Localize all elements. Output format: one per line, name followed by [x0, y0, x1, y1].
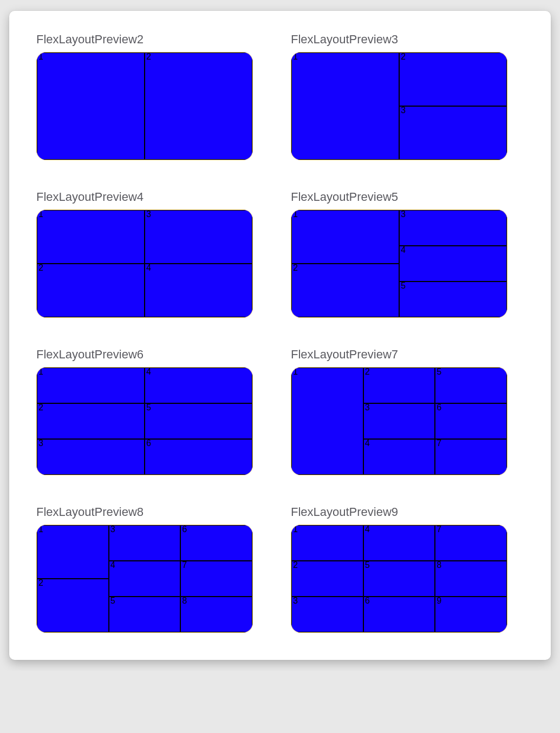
layout-cell-label: 2 [38, 403, 43, 412]
layout-cell-label: 4 [365, 525, 370, 534]
layout-cell: 5 [399, 282, 507, 317]
layout-cell: 2 [37, 403, 145, 439]
layout-cell-label: 2 [365, 367, 370, 376]
layout-cell-label: 1 [293, 367, 298, 376]
layout-cell-label: 2 [401, 52, 406, 61]
layout-cell: 3 [109, 525, 181, 561]
layout-cell: 5 [435, 368, 507, 403]
layout-cell: 1 [291, 210, 399, 264]
layout-cell: 2 [363, 368, 435, 403]
preview-title: FlexLayoutPreview8 [36, 505, 269, 519]
layout-cell: 6 [435, 403, 507, 439]
layout-cell-label: 6 [146, 439, 151, 448]
preview-frame: 12345 [291, 210, 507, 318]
layout-cell: 3 [37, 439, 145, 475]
preview-frame: 1234567 [291, 367, 507, 475]
preview-title: FlexLayoutPreview4 [36, 190, 269, 204]
layout-cell-label: 2 [38, 578, 43, 587]
layout-cell: 1 [37, 525, 109, 579]
preview-frame: 12345678 [36, 525, 253, 633]
layout-cell-label: 6 [365, 596, 370, 605]
layout-cell: 1 [291, 525, 363, 561]
layout-cell-label: 3 [293, 596, 298, 605]
layout-cell: 7 [435, 439, 507, 475]
layout-cell-label: 1 [38, 367, 43, 376]
layout-cell: 4 [363, 439, 435, 475]
preview-title: FlexLayoutPreview6 [36, 348, 269, 362]
layout-cell: 2 [37, 264, 145, 317]
layout-cell-label: 3 [38, 439, 43, 448]
layout-cell: 5 [109, 597, 181, 632]
layout-cell: 4 [399, 246, 507, 282]
preview-sheet: FlexLayoutPreview212FlexLayoutPreview312… [9, 11, 551, 660]
layout-cell: 7 [180, 561, 252, 597]
layout-cell-label: 4 [146, 263, 151, 272]
layout-cell: 7 [435, 525, 507, 561]
layout-cell-label: 1 [293, 210, 298, 219]
layout-cell: 1 [291, 53, 399, 160]
layout-cell: 6 [145, 439, 252, 475]
preview-title: FlexLayoutPreview5 [291, 190, 524, 204]
layout-cell-label: 8 [182, 596, 187, 605]
layout-cell: 1 [37, 210, 145, 264]
layout-cell-label: 2 [293, 560, 298, 570]
preview-title: FlexLayoutPreview3 [291, 32, 524, 47]
preview-title: FlexLayoutPreview2 [36, 32, 269, 47]
layout-cell: 8 [180, 597, 252, 632]
layout-cell: 6 [363, 597, 435, 632]
layout-cell: 1 [291, 368, 363, 475]
layout-cell-label: 1 [38, 52, 43, 61]
layout-cell: 3 [399, 210, 507, 246]
layout-cell-label: 3 [401, 210, 406, 219]
layout-cell-label: 9 [437, 596, 441, 605]
layout-cell-label: 4 [365, 439, 370, 448]
layout-cell: 9 [435, 597, 507, 632]
layout-cell-label: 5 [401, 281, 406, 290]
layout-cell-label: 1 [293, 525, 298, 534]
layout-cell: 6 [180, 525, 252, 561]
layout-cell-label: 5 [365, 560, 370, 570]
layout-cell: 3 [363, 403, 435, 439]
preview-frame: 123 [291, 52, 507, 160]
layout-cell: 4 [145, 264, 252, 317]
layout-cell-label: 6 [182, 525, 187, 534]
layout-cell-label: 8 [437, 560, 441, 570]
preview-block: FlexLayoutPreview512345 [291, 190, 524, 318]
layout-cell-label: 4 [146, 367, 151, 376]
layout-cell-label: 2 [38, 263, 43, 272]
layout-cell-label: 2 [146, 52, 151, 61]
layout-cell: 4 [363, 525, 435, 561]
preview-frame: 12 [36, 52, 253, 160]
layout-cell: 3 [291, 597, 363, 632]
preview-block: FlexLayoutPreview812345678 [36, 505, 269, 633]
layout-cell-label: 5 [146, 403, 151, 412]
layout-cell-label: 3 [401, 106, 406, 115]
layout-cell-label: 6 [437, 403, 441, 412]
layout-cell: 2 [399, 53, 507, 106]
layout-cell-label: 5 [110, 596, 115, 605]
layout-cell-label: 4 [401, 245, 406, 254]
preview-title: FlexLayoutPreview7 [291, 348, 524, 362]
layout-cell: 1 [37, 53, 145, 160]
layout-cell-label: 2 [293, 263, 298, 272]
preview-block: FlexLayoutPreview3123 [291, 32, 524, 160]
layout-cell: 3 [145, 210, 252, 264]
layout-cell: 2 [145, 53, 252, 160]
layout-cell: 2 [291, 264, 399, 317]
layout-cell-label: 7 [437, 525, 441, 534]
preview-block: FlexLayoutPreview9123456789 [291, 505, 524, 633]
preview-block: FlexLayoutPreview71234567 [291, 348, 524, 475]
layout-cell: 4 [145, 368, 252, 403]
layout-cell-label: 1 [38, 210, 43, 219]
preview-grid: FlexLayoutPreview212FlexLayoutPreview312… [36, 32, 524, 633]
preview-title: FlexLayoutPreview9 [291, 505, 524, 519]
layout-cell: 8 [435, 561, 507, 597]
layout-cell-label: 1 [38, 525, 43, 534]
layout-cell-label: 1 [293, 52, 298, 61]
layout-cell: 5 [145, 403, 252, 439]
layout-cell-label: 3 [110, 525, 115, 534]
layout-cell: 1 [37, 368, 145, 403]
layout-cell: 3 [399, 106, 507, 160]
layout-cell-label: 5 [437, 367, 441, 376]
layout-cell-label: 3 [365, 403, 370, 412]
